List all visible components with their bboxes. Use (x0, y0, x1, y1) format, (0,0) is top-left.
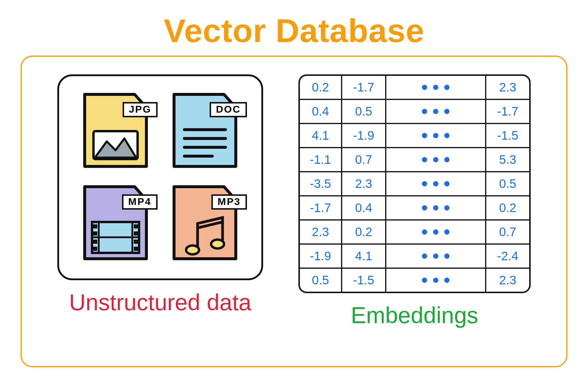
embedding-value: 0.5 (300, 269, 341, 292)
embedding-value: -1.7 (341, 76, 385, 99)
table-row: 2.30.20.7 (300, 219, 529, 243)
embedding-value: 2.3 (485, 269, 529, 292)
ellipsis-icon (385, 245, 485, 268)
embedding-value: 0.7 (341, 148, 385, 171)
embedding-value: 0.4 (341, 196, 385, 219)
svg-rect-14 (134, 231, 138, 236)
table-row: -1.70.40.2 (300, 195, 529, 219)
table-row: 4.1-1.9-1.5 (300, 123, 529, 147)
file-mp3-label: MP3 (211, 194, 247, 210)
svg-rect-15 (134, 240, 138, 244)
svg-point-17 (186, 246, 199, 254)
ellipsis-icon (385, 196, 485, 219)
page-title: Vector Database (21, 12, 567, 50)
embedding-value: -1.5 (485, 124, 529, 147)
embedding-value: 0.4 (300, 100, 341, 123)
embedding-value: 0.7 (485, 221, 529, 243)
embedding-value: 0.2 (341, 221, 385, 243)
embedding-value: 2.3 (300, 221, 341, 243)
file-jpg-label: JPG (123, 102, 158, 117)
unstructured-column: JPG DOC (57, 74, 263, 316)
svg-rect-12 (93, 247, 97, 251)
embedding-value: 5.3 (485, 148, 529, 171)
ellipsis-icon (385, 100, 485, 123)
svg-point-18 (211, 240, 224, 248)
main-panel: JPG DOC (21, 56, 567, 367)
ellipsis-icon (385, 221, 485, 243)
table-row: -3.52.30.5 (300, 171, 529, 195)
svg-rect-13 (134, 224, 138, 228)
embeddings-column: 0.2-1.72.30.40.5-1.74.1-1.9-1.5-1.10.75.… (298, 74, 531, 329)
embeddings-caption: Embeddings (351, 302, 478, 329)
embedding-value: -1.7 (300, 196, 341, 219)
svg-rect-16 (134, 247, 138, 251)
embedding-value: 0.2 (485, 196, 529, 219)
file-jpg: JPG (79, 91, 152, 171)
ellipsis-icon (385, 148, 485, 171)
svg-rect-11 (93, 240, 97, 244)
embedding-value: -1.5 (341, 269, 385, 292)
file-mp4-label: MP4 (122, 194, 158, 210)
embedding-value: -3.5 (300, 172, 341, 195)
ellipsis-icon (385, 76, 485, 99)
file-doc: DOC (168, 91, 242, 171)
embedding-value: -1.9 (341, 124, 385, 147)
file-doc-label: DOC (210, 102, 247, 117)
ellipsis-icon (385, 269, 485, 292)
embedding-value: -1.1 (300, 148, 341, 171)
unstructured-caption: Unstructured data (69, 289, 251, 316)
embedding-value: -1.9 (300, 245, 341, 268)
ellipsis-icon (385, 124, 485, 147)
files-container: JPG DOC (57, 74, 263, 280)
embedding-value: 0.2 (300, 76, 341, 99)
file-mp3: MP3 (168, 184, 242, 263)
table-row: -1.10.75.3 (300, 147, 529, 171)
embedding-value: 2.3 (485, 76, 529, 99)
embedding-value: -1.7 (485, 100, 529, 123)
embedding-value: 0.5 (341, 100, 385, 123)
svg-rect-10 (93, 231, 97, 236)
diagram-canvas: Vector Database JPG (0, 0, 588, 384)
table-row: 0.5-1.52.3 (300, 268, 529, 292)
svg-rect-9 (93, 224, 97, 228)
embedding-value: 0.5 (485, 172, 529, 195)
ellipsis-icon (385, 172, 485, 195)
table-row: -1.94.1-2.4 (300, 243, 529, 268)
embeddings-table: 0.2-1.72.30.40.5-1.74.1-1.9-1.5-1.10.75.… (298, 74, 531, 293)
embedding-value: 4.1 (341, 245, 385, 268)
embedding-value: -2.4 (485, 245, 529, 268)
table-row: 0.40.5-1.7 (300, 99, 529, 123)
file-mp4: MP4 (79, 184, 152, 263)
embedding-value: 2.3 (341, 172, 385, 195)
table-row: 0.2-1.72.3 (300, 76, 529, 99)
embedding-value: 4.1 (300, 124, 341, 147)
